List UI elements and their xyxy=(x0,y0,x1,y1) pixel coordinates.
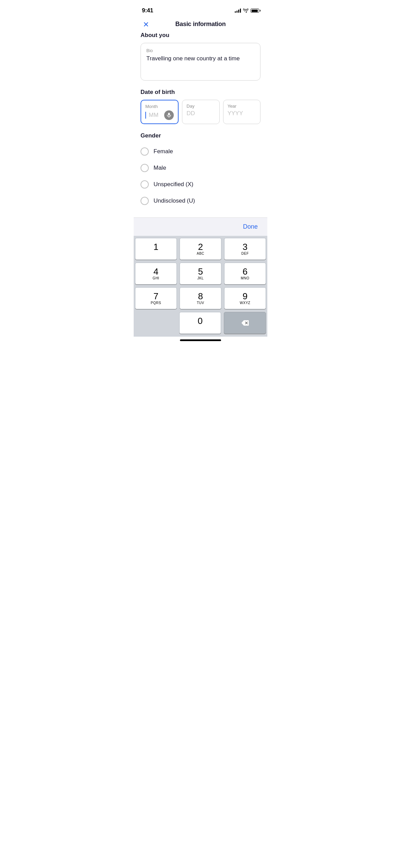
numpad-key-8[interactable]: 8 TUV xyxy=(180,287,221,309)
gender-label: Gender xyxy=(141,132,260,139)
bio-label: Bio xyxy=(146,48,255,53)
content-area: About you Bio Travelling one new country… xyxy=(134,32,267,217)
year-placeholder: YYYY xyxy=(228,110,243,117)
year-label: Year xyxy=(228,104,256,109)
done-button[interactable]: Done xyxy=(240,222,260,232)
gender-option-male[interactable]: Male xyxy=(141,160,260,176)
month-label: Month xyxy=(145,104,174,109)
status-time: 9:41 xyxy=(142,7,153,14)
numpad-delete-button[interactable] xyxy=(224,312,266,334)
page-header: Basic information xyxy=(134,16,267,32)
gender-unspecified-label: Unspecified (X) xyxy=(154,181,193,188)
home-indicator-bar xyxy=(180,339,221,341)
bio-value: Travelling one new country at a time xyxy=(146,55,255,63)
home-indicator-area xyxy=(134,337,267,347)
day-placeholder: DD xyxy=(186,110,195,117)
page-title: Basic information xyxy=(175,21,226,28)
svg-rect-2 xyxy=(168,113,170,116)
gender-female-label: Female xyxy=(154,148,173,155)
mic-button[interactable] xyxy=(164,110,174,120)
dob-fields: Month MM Day DD xyxy=(141,100,260,124)
day-label: Day xyxy=(186,104,215,109)
numeric-keyboard: 1 2 ABC 3 DEF 4 GHI 5 JKL 6 MNO 7 PQRS xyxy=(134,236,267,337)
radio-female[interactable] xyxy=(141,147,149,156)
done-bar: Done xyxy=(134,218,267,236)
year-field[interactable]: Year YYYY xyxy=(223,100,260,124)
dob-label: Date of birth xyxy=(141,89,260,96)
numpad-row-2: 4 GHI 5 JKL 6 MNO xyxy=(134,263,267,287)
month-field[interactable]: Month MM xyxy=(141,100,179,124)
month-value: MM xyxy=(145,110,174,120)
numpad-key-empty xyxy=(135,312,177,334)
date-of-birth-section: Date of birth Month MM xyxy=(141,89,260,124)
radio-unspecified[interactable] xyxy=(141,180,149,189)
numpad-key-0[interactable]: 0 xyxy=(179,312,221,334)
close-button[interactable] xyxy=(141,19,151,30)
gender-option-unspecified[interactable]: Unspecified (X) xyxy=(141,176,260,193)
delete-icon xyxy=(241,320,249,326)
numpad-key-7[interactable]: 7 PQRS xyxy=(135,287,177,309)
text-cursor xyxy=(145,112,146,119)
status-bar: 9:41 xyxy=(134,0,267,16)
numpad-key-9[interactable]: 9 WXYZ xyxy=(224,287,266,309)
numpad-key-5[interactable]: 5 JKL xyxy=(180,263,221,285)
numpad-key-1[interactable]: 1 xyxy=(135,238,177,260)
gender-option-female[interactable]: Female xyxy=(141,143,260,160)
day-field[interactable]: Day DD xyxy=(182,100,219,124)
status-icons xyxy=(235,9,259,13)
bio-field[interactable]: Bio Travelling one new country at a time xyxy=(141,43,260,81)
numpad-row-4: 0 xyxy=(134,312,267,337)
wifi-icon xyxy=(243,9,248,13)
radio-male[interactable] xyxy=(141,164,149,172)
gender-option-undisclosed[interactable]: Undisclosed (U) xyxy=(141,193,260,209)
year-value: YYYY xyxy=(228,110,256,117)
numpad-key-2[interactable]: 2 ABC xyxy=(180,238,221,260)
gender-undisclosed-label: Undisclosed (U) xyxy=(154,197,195,204)
gender-section: Gender Female Male Unspecified (X) Undis… xyxy=(141,132,260,209)
numpad-key-6[interactable]: 6 MNO xyxy=(224,263,266,285)
radio-undisclosed[interactable] xyxy=(141,197,149,205)
signal-icon xyxy=(235,9,241,13)
day-value: DD xyxy=(186,110,215,117)
numpad-row-3: 7 PQRS 8 TUV 9 WXYZ xyxy=(134,287,267,312)
numpad-key-3[interactable]: 3 DEF xyxy=(224,238,266,260)
month-placeholder: MM xyxy=(149,112,158,119)
about-you-label: About you xyxy=(141,32,260,39)
numpad-key-4[interactable]: 4 GHI xyxy=(135,263,177,285)
battery-icon xyxy=(251,9,259,13)
numpad-row-1: 1 2 ABC 3 DEF xyxy=(134,238,267,263)
gender-male-label: Male xyxy=(154,165,166,171)
